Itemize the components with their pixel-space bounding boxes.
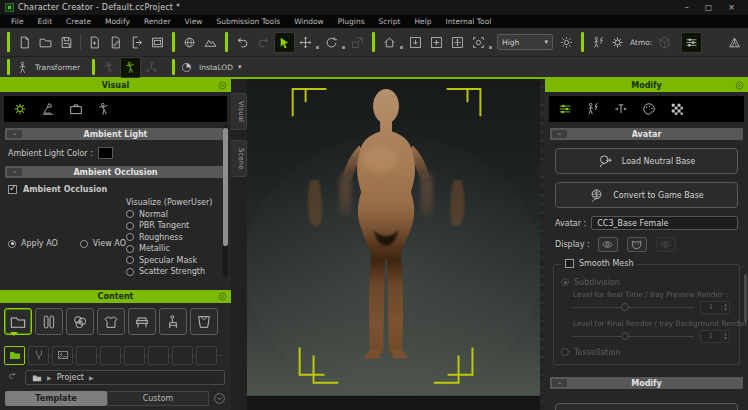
- tab-animated-character[interactable]: [581, 99, 605, 120]
- minimize-button[interactable]: –: [685, 3, 689, 12]
- category-actor[interactable]: [35, 308, 63, 335]
- character-download-button[interactable]: [179, 32, 200, 53]
- render-settings-button[interactable]: [681, 32, 702, 53]
- close-icon[interactable]: [218, 292, 228, 302]
- maximize-button[interactable]: ▢: [705, 3, 713, 12]
- breadcrumb[interactable]: ▶ Project ▶: [25, 370, 225, 385]
- viz-option-normal[interactable]: Normal: [126, 210, 223, 219]
- filter-folder[interactable]: [4, 346, 25, 365]
- smooth-mesh-checkbox[interactable]: [565, 259, 574, 268]
- filter-hair-pin[interactable]: [28, 346, 49, 365]
- ambient-occlusion-section-header[interactable]: – Ambient Occlusion: [5, 166, 226, 178]
- category-furniture[interactable]: [128, 308, 156, 335]
- category-accessory[interactable]: [159, 308, 187, 335]
- redo-button[interactable]: [253, 32, 274, 53]
- add-content-button[interactable]: [426, 32, 447, 53]
- collapse-icon[interactable]: –: [7, 130, 22, 138]
- new-project-button[interactable]: [14, 32, 35, 53]
- move-tool-button[interactable]: [295, 32, 316, 53]
- pose-a-button[interactable]: [99, 57, 120, 78]
- ambient-occlusion-checkbox[interactable]: [8, 185, 17, 194]
- home-view-options-dot[interactable]: [400, 46, 403, 49]
- menu-window[interactable]: Window: [287, 17, 331, 26]
- avatar-name-field[interactable]: CC3_Base Female: [591, 216, 738, 230]
- category-stage[interactable]: [190, 308, 218, 335]
- tab-texture[interactable]: [665, 99, 689, 120]
- edit-mesh-button[interactable]: [724, 32, 745, 53]
- modify-section-header[interactable]: – Modify: [550, 377, 743, 389]
- viz-option-scatter-strength[interactable]: Scatter Strength: [126, 267, 223, 276]
- display-eye-button[interactable]: [598, 237, 618, 252]
- dock-tab-visual[interactable]: Visual: [231, 93, 247, 130]
- terrain-button[interactable]: [200, 32, 221, 53]
- pose-b-button[interactable]: [120, 57, 141, 78]
- rotate-tool-button[interactable]: [321, 32, 342, 53]
- apply-ao-radio[interactable]: [8, 240, 16, 248]
- category-folder[interactable]: [4, 308, 32, 335]
- scale-tool-button[interactable]: [347, 32, 368, 53]
- tab-project-case[interactable]: [64, 99, 88, 120]
- select-tool-button[interactable]: [274, 32, 295, 53]
- dock-tab-scene[interactable]: Scene: [231, 140, 247, 177]
- tab-custom[interactable]: Custom: [107, 391, 209, 406]
- close-icon[interactable]: [218, 81, 228, 91]
- open-project-button[interactable]: [35, 32, 56, 53]
- tab-light[interactable]: [36, 99, 60, 120]
- menu-help[interactable]: Help: [407, 17, 438, 26]
- tab-render-settings[interactable]: [8, 99, 32, 120]
- instalod-button[interactable]: InstaLOD ▾: [179, 57, 242, 78]
- rotate-tool-options-dot[interactable]: [342, 46, 345, 49]
- menu-internal-tool[interactable]: Internal Tool: [438, 17, 498, 26]
- edit-document-button[interactable]: [105, 32, 126, 53]
- tab-attribute-sliders[interactable]: [553, 99, 577, 120]
- preview-lighting-button[interactable]: [556, 32, 577, 53]
- render-quality-dropdown[interactable]: High ▾: [497, 34, 553, 50]
- import-document-button[interactable]: [84, 32, 105, 53]
- display-extra-button[interactable]: [656, 237, 676, 252]
- visual-panel-header[interactable]: Visual: [0, 79, 231, 92]
- collapse-icon[interactable]: –: [552, 130, 567, 138]
- menu-create[interactable]: Create: [59, 17, 98, 26]
- viz-option-roughness[interactable]: Roughness: [126, 233, 223, 242]
- lod-button[interactable]: [654, 32, 675, 53]
- transformer-button[interactable]: Transformer: [14, 57, 82, 78]
- viz-option-pbr-tangent[interactable]: PBR Tangent: [126, 221, 223, 230]
- avatar-section-header[interactable]: – Avatar: [550, 128, 743, 140]
- menu-script[interactable]: Script: [372, 17, 408, 26]
- category-material[interactable]: [66, 308, 94, 335]
- viz-option-metallic[interactable]: Metallic: [126, 244, 223, 253]
- load-neutral-base-button[interactable]: Load Neutral Base: [555, 148, 738, 174]
- content-panel-header[interactable]: Content: [0, 290, 231, 303]
- tab-template[interactable]: Template: [5, 391, 107, 406]
- atmosphere-button[interactable]: Atmo:: [609, 32, 654, 53]
- convert-to-game-base-button[interactable]: Convert to Game Base: [555, 182, 738, 208]
- menu-submission-tools[interactable]: Submission Tools: [209, 17, 287, 26]
- filter-image[interactable]: [52, 346, 73, 365]
- export-button[interactable]: [126, 32, 147, 53]
- modify-panel-scrollbar[interactable]: [744, 274, 747, 322]
- view-ao-option[interactable]: View AO: [80, 239, 126, 248]
- collapse-icon[interactable]: –: [552, 379, 567, 387]
- display-mask-button[interactable]: [627, 237, 647, 252]
- view-ao-radio[interactable]: [80, 240, 88, 248]
- expand-chevron-icon[interactable]: [213, 392, 226, 405]
- close-icon[interactable]: [735, 81, 745, 91]
- breadcrumb-project[interactable]: Project: [57, 373, 84, 382]
- apply-ao-option[interactable]: Apply AO: [8, 239, 58, 248]
- close-button[interactable]: ×: [728, 3, 735, 12]
- 3d-viewport[interactable]: [247, 79, 540, 410]
- menu-file[interactable]: File: [4, 17, 31, 26]
- modify-panel-header[interactable]: Modify: [545, 79, 748, 92]
- tab-morph[interactable]: [609, 99, 633, 120]
- undo-button[interactable]: [232, 32, 253, 53]
- home-view-button[interactable]: [379, 32, 400, 53]
- move-tool-options-dot[interactable]: [316, 46, 319, 49]
- media-library-button[interactable]: [147, 32, 168, 53]
- menu-plugins[interactable]: Plugins: [331, 17, 372, 26]
- fit-view-button[interactable]: [447, 32, 468, 53]
- tab-appearance[interactable]: [637, 99, 661, 120]
- ambient-light-color-swatch[interactable]: [98, 147, 113, 159]
- pose-offset-button[interactable]: Pose Offset: [555, 403, 738, 410]
- camera-frame-button[interactable]: [468, 32, 489, 53]
- import-content-button[interactable]: [405, 32, 426, 53]
